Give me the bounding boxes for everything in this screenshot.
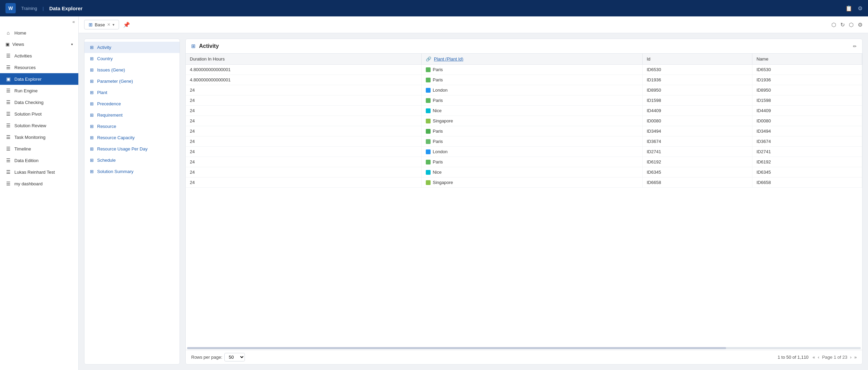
edit-icon[interactable]: ✏ (853, 44, 857, 49)
col-plant-label[interactable]: Plant (Plant Id) (434, 56, 463, 62)
rows-per-page-label: Rows per page: (191, 355, 222, 360)
view-list-item-parameter[interactable]: ⊞ Parameter (Gene) (84, 76, 180, 87)
cell-duration: 24 (186, 116, 422, 126)
plant-color-indicator (426, 139, 431, 144)
home-icon: ⌂ (5, 30, 11, 36)
pin-button[interactable]: 📌 (123, 22, 130, 28)
view-list-item-label: Solution Summary (97, 169, 133, 174)
view-list-item-resource[interactable]: ⊞ Resource (84, 121, 180, 132)
settings-icon[interactable]: ⚙ (858, 22, 863, 28)
sidebar-collapse-button[interactable]: « (0, 16, 78, 27)
view-list-item-issues[interactable]: ⊞ Issues (Gene) (84, 64, 180, 76)
view-list-item-requirement[interactable]: ⊞ Requirement (84, 109, 180, 121)
grid-icon: ⊞ (90, 124, 94, 129)
sidebar-item-label: Solution Review (14, 123, 46, 128)
cell-name: ID2741 (752, 147, 862, 157)
cell-plant: Singapore (422, 177, 643, 188)
plant-color-indicator (426, 160, 431, 164)
data-edition-icon: ☰ (5, 158, 11, 163)
solution-pivot-icon: ☰ (5, 111, 11, 117)
grid-icon: ⊞ (90, 135, 94, 140)
sidebar-item-data-explorer[interactable]: ▣ Data Explorer (0, 73, 78, 85)
view-list-item-resource-usage[interactable]: ⊞ Resource Usage Per Day (84, 143, 180, 155)
cell-plant: Paris (422, 75, 643, 85)
my-dashboard-icon: ☰ (5, 181, 11, 186)
next-page-button[interactable]: › (850, 355, 851, 360)
lukas-icon: ☰ (5, 169, 11, 175)
first-page-button[interactable]: « (813, 355, 815, 360)
view-list-item-activity[interactable]: ⊞ Activity (84, 42, 180, 53)
sidebar-section-views[interactable]: ▣ Views ▾ (0, 39, 78, 50)
grid-icon: ⊞ (89, 22, 93, 27)
view-list-item-label: Requirement (97, 113, 122, 118)
chevron-down-icon[interactable]: ▾ (113, 23, 115, 27)
grid-icon: ⊞ (90, 158, 94, 163)
view-list-item-solution-summary[interactable]: ⊞ Solution Summary (84, 166, 180, 177)
cell-name: ID6192 (752, 157, 862, 167)
refresh-icon[interactable]: ↻ (840, 22, 845, 28)
col-plant: 🔗 Plant (Plant Id) (422, 54, 643, 65)
cell-name: ID1936 (752, 75, 862, 85)
page-info: Page 1 of 23 (822, 355, 847, 360)
sidebar-item-lukas-reinhard[interactable]: ☰ Lukas Reinhard Test (0, 166, 78, 178)
last-page-button[interactable]: » (854, 355, 857, 360)
plant-color-indicator (426, 88, 431, 93)
view-list-item-country[interactable]: ⊞ Country (84, 53, 180, 64)
grid-icon: ⊞ (90, 101, 94, 106)
cell-plant: Paris (422, 157, 643, 167)
sidebar-item-my-dashboard[interactable]: ☰ my dashboard (0, 178, 78, 189)
cell-id: ID4409 (642, 106, 752, 116)
cell-id: ID2741 (642, 147, 752, 157)
table-header-row: Duration In Hours 🔗 Plant (Plant Id) Id … (186, 54, 862, 65)
cell-id: ID6345 (642, 167, 752, 177)
sidebar-item-task-monitoring[interactable]: ☰ Task Monitoring (0, 131, 78, 143)
cell-plant: Paris (422, 136, 643, 147)
view-list-item-plant[interactable]: ⊞ Plant (84, 87, 180, 98)
sidebar-item-label: Run Engine (14, 88, 38, 93)
external-link-icon[interactable]: ⬡ (831, 22, 836, 28)
cell-plant: Nice (422, 167, 643, 177)
cell-name: ID0080 (752, 116, 862, 126)
cell-duration: 4.800000000000001 (186, 65, 422, 75)
rows-per-page-select[interactable]: 50 25 100 (224, 353, 245, 361)
table-row: 24 Nice ID4409 ID4409 (186, 106, 862, 116)
timeline-icon: ☰ (5, 146, 11, 151)
clipboard-icon[interactable]: 📋 (845, 5, 852, 12)
cell-duration: 24 (186, 167, 422, 177)
link-icon: 🔗 (426, 56, 431, 62)
plant-color-indicator (426, 98, 431, 103)
data-explorer-icon: ▣ (5, 76, 11, 82)
view-list-item-precedence[interactable]: ⊞ Precedence (84, 98, 180, 109)
table-row: 24 Paris ID3494 ID3494 (186, 126, 862, 136)
sidebar-item-run-engine[interactable]: ☰ Run Engine (0, 85, 78, 96)
view-list-item-resource-capacity[interactable]: ⊞ Resource Capacity (84, 132, 180, 143)
sidebar-item-solution-pivot[interactable]: ☰ Solution Pivot (0, 108, 78, 120)
sidebar-item-label: Timeline (14, 146, 31, 151)
share-icon[interactable]: ⬡ (849, 22, 854, 28)
sidebar-item-solution-review[interactable]: ☰ Solution Review (0, 120, 78, 131)
sidebar: « ⌂ Home ▣ Views ▾ ☰ Activities ☰ Resour… (0, 16, 79, 370)
view-list-item-label: Schedule (97, 158, 116, 163)
app-name: Training (21, 6, 37, 11)
base-button[interactable]: ⊞ Base ✕ ▾ (84, 20, 119, 29)
prev-page-button[interactable]: ‹ (818, 355, 819, 360)
sidebar-item-label: Solution Pivot (14, 111, 42, 117)
cell-plant: Paris (422, 126, 643, 136)
pagination: Rows per page: 50 25 100 1 to 50 of 1,11… (186, 350, 862, 364)
sidebar-item-data-checking[interactable]: ☰ Data Checking (0, 96, 78, 108)
sidebar-item-data-edition[interactable]: ☰ Data Edition (0, 155, 78, 166)
plant-color-indicator (426, 129, 431, 134)
view-list-item-schedule[interactable]: ⊞ Schedule (84, 155, 180, 166)
grid-icon: ⊞ (90, 67, 94, 72)
sidebar-item-timeline[interactable]: ☰ Timeline (0, 143, 78, 155)
close-icon[interactable]: ✕ (107, 22, 110, 27)
view-list-item-label: Resource (97, 124, 116, 129)
view-list-item-label: Resource Capacity (97, 135, 135, 140)
cell-name: ID6530 (752, 65, 862, 75)
view-list-item-label: Resource Usage Per Day (97, 146, 147, 151)
sidebar-item-activities[interactable]: ☰ Activities (0, 50, 78, 62)
sidebar-item-label: Data Edition (14, 158, 39, 163)
sidebar-item-home[interactable]: ⌂ Home (0, 27, 78, 39)
sidebar-item-resources[interactable]: ☰ Resources (0, 62, 78, 73)
settings-icon[interactable]: ⚙ (858, 5, 863, 12)
